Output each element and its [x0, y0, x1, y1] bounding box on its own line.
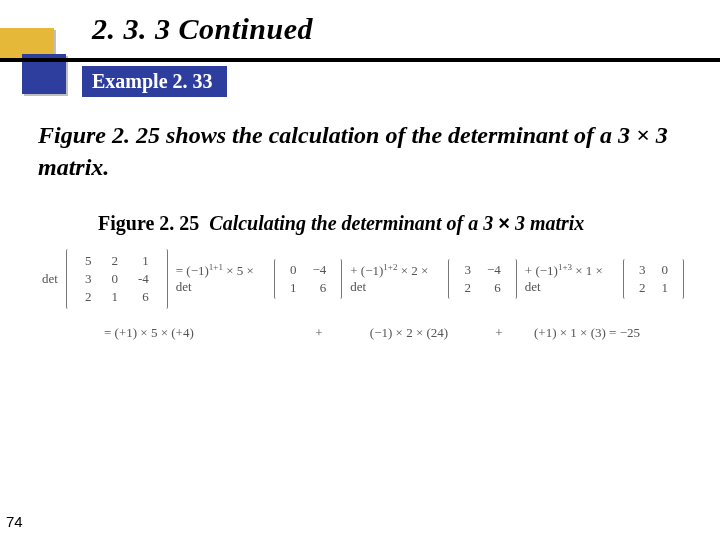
det-label: det	[42, 271, 58, 287]
minor-3: 30 21	[623, 259, 684, 299]
figure-title: Figure 2. 25 Calculating the determinant…	[98, 212, 720, 235]
minor-1: 0−4 16	[274, 259, 342, 299]
page-number: 74	[6, 513, 23, 530]
header-bar: 2. 3. 3 Continued	[0, 0, 720, 62]
equation-block: det 521 30-4 216 = (−1)1+1 × 5 × det 0−4…	[42, 249, 684, 341]
section-heading: 2. 3. 3 Continued	[92, 12, 313, 46]
plus-1: +	[304, 325, 334, 341]
figure-caption-mult: ×	[498, 212, 510, 234]
result-term2: (−1) × 2 × (24)	[334, 325, 484, 341]
term3-prefix: + (−1)1+3 × 1 × det	[525, 262, 615, 295]
term2-prefix: + (−1)1+2 × 2 × det	[350, 262, 440, 295]
plus-2: +	[484, 325, 514, 341]
minor-2: 3−4 26	[448, 259, 516, 299]
equation-row-expansion: det 521 30-4 216 = (−1)1+1 × 5 × det 0−4…	[42, 249, 684, 309]
body-paragraph: Figure 2. 25 shows the calculation of th…	[38, 119, 682, 184]
matrix-3x3: 521 30-4 216	[66, 249, 168, 309]
figure-caption-part2: 3 matrix	[510, 212, 584, 234]
result-term3: (+1) × 1 × (3) = −25	[514, 325, 640, 341]
figure-label: Figure 2. 25	[98, 212, 199, 234]
example-label: Example 2. 33	[82, 66, 227, 97]
equation-row-result: = (+1) × 5 × (+4) + (−1) × 2 × (24) + (+…	[42, 325, 684, 341]
result-term1: = (+1) × 5 × (+4)	[42, 325, 304, 341]
figure-caption-part1: Calculating the determinant of a 3	[209, 212, 498, 234]
term1-prefix: = (−1)1+1 × 5 × det	[176, 262, 266, 295]
